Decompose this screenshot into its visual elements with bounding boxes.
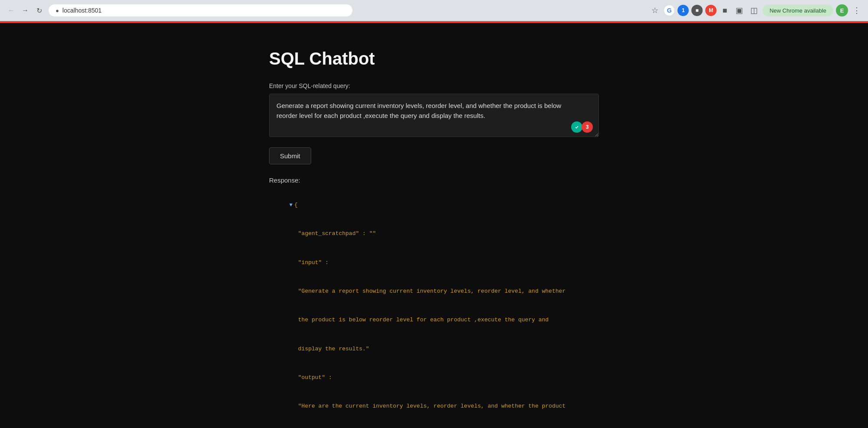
- json-response: ▼{ "agent_scratchpad" : "" "input" : "Ge…: [269, 191, 599, 428]
- agent-scratchpad-val: "": [369, 230, 376, 237]
- submit-button[interactable]: Submit: [269, 147, 311, 164]
- agent-scratchpad-key: "agent_scratchpad": [298, 230, 359, 237]
- json-open-brace: ▼{: [269, 191, 599, 219]
- extension-f1[interactable]: 1: [677, 5, 689, 16]
- reload-button[interactable]: ↻: [33, 4, 45, 16]
- output-val-1: "Here are the current inventory levels, …: [298, 403, 566, 409]
- input-key-line: "input" :: [269, 248, 599, 277]
- page-title: SQL Chatbot: [269, 49, 599, 69]
- sidebar-button[interactable]: ◫: [748, 4, 760, 16]
- main-content: SQL Chatbot Enter your SQL-related query…: [260, 23, 608, 428]
- grammarly-badge[interactable]: 3: [582, 121, 593, 133]
- input-val-2: the product is below reorder level for e…: [298, 317, 549, 323]
- address-input[interactable]: [62, 7, 345, 14]
- output-val-line1: "Here are the current inventory levels, …: [269, 392, 599, 421]
- svg-point-0: [574, 124, 579, 130]
- output-val-line2: is below the reorder level for each prod…: [269, 421, 599, 428]
- cast-button[interactable]: ▣: [733, 4, 745, 16]
- textarea-icons: 3: [571, 121, 593, 133]
- lock-icon: ●: [56, 7, 59, 14]
- input-val-line1: "Generate a report showing current inven…: [269, 277, 599, 306]
- extension-f2[interactable]: ■: [691, 5, 703, 16]
- browser-actions: ☆ G 1 ■ M ■ ▣ ◫ New Chrome available E ⋮: [649, 4, 863, 16]
- output-key: "output": [298, 374, 325, 381]
- menu-button[interactable]: ⋮: [851, 4, 863, 16]
- output-key-line: "output" :: [269, 363, 599, 392]
- address-bar[interactable]: ●: [49, 4, 352, 16]
- query-label: Enter your SQL-related query:: [269, 82, 599, 89]
- response-label: Response:: [269, 176, 599, 184]
- grammarly-extension[interactable]: G: [664, 5, 675, 16]
- back-button[interactable]: ←: [5, 4, 17, 16]
- collapse-arrow[interactable]: ▼: [289, 202, 293, 208]
- gmail-extension[interactable]: M: [705, 5, 717, 16]
- input-val-1: "Generate a report showing current inven…: [298, 288, 566, 294]
- extensions-puzzle[interactable]: ■: [719, 5, 730, 16]
- nav-buttons: ← → ↻: [5, 4, 45, 16]
- input-val-3: display the results.": [298, 346, 369, 352]
- bookmark-button[interactable]: ☆: [649, 4, 661, 16]
- input-val-line3: display the results.": [269, 334, 599, 363]
- grammarly-textarea-icon[interactable]: [571, 121, 582, 133]
- forward-button[interactable]: →: [19, 4, 31, 16]
- input-val-line2: the product is below reorder level for e…: [269, 306, 599, 334]
- user-avatar[interactable]: E: [836, 4, 848, 16]
- query-textarea[interactable]: Generate a report showing current invent…: [269, 94, 599, 137]
- agent-scratchpad-line: "agent_scratchpad" : "": [269, 219, 599, 248]
- browser-chrome: ← → ↻ ● ☆ G 1 ■ M ■ ▣ ◫ New Chrome avail…: [0, 0, 868, 21]
- query-textarea-wrapper: Generate a report showing current invent…: [269, 94, 599, 139]
- input-key: "input": [298, 259, 322, 266]
- new-chrome-button[interactable]: New Chrome available: [763, 5, 833, 16]
